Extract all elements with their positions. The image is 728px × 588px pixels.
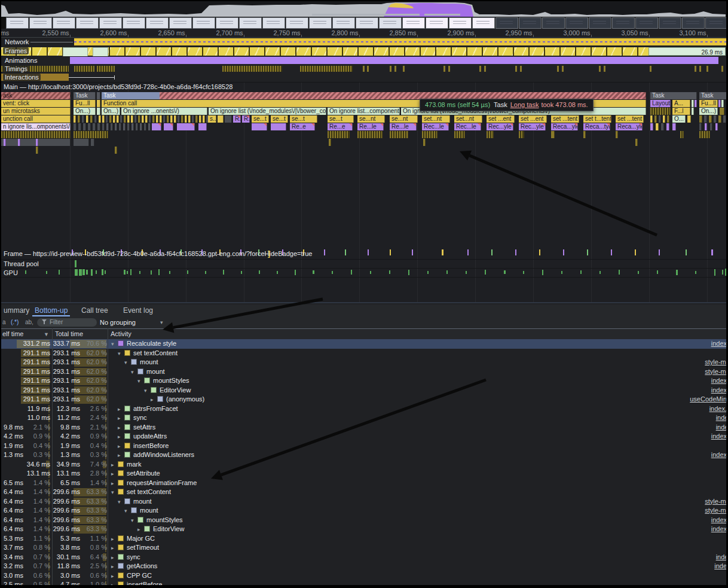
table-row[interactable]: 3.2 ms 0.7 %11.8 ms 2.5 %▸getActionsinde… [1, 562, 726, 571]
flame-bar[interactable] [115, 147, 117, 154]
flame-bar[interactable] [97, 123, 100, 130]
activity-label[interactable]: attrsFromFacet [133, 405, 178, 412]
flame-bar[interactable] [167, 115, 169, 123]
expand-caret-icon[interactable]: ▸ [151, 395, 157, 404]
screenshot-thumbnail[interactable] [542, 17, 565, 29]
table-row[interactable]: 291.1 ms 61.6 %293.1 ms 62.0 %▾set textC… [1, 349, 726, 358]
expand-caret-icon[interactable]: ▸ [111, 470, 118, 479]
flame-bar[interactable] [203, 115, 205, 123]
screenshot-thumbnail[interactable] [99, 17, 122, 29]
table-row[interactable]: 1.3 ms 0.3 %1.3 ms 0.3 %▸addWindowListen… [1, 450, 726, 460]
flame-bar[interactable] [252, 123, 267, 130]
flame-bar[interactable] [659, 115, 661, 123]
expand-caret-icon[interactable]: ▸ [118, 405, 124, 414]
source-link[interactable]: style-mod [705, 367, 726, 377]
screenshot-thumbnail[interactable] [449, 17, 472, 29]
flame-bar[interactable] [102, 115, 105, 123]
flame-bar[interactable] [195, 115, 198, 123]
activity-label[interactable]: EditorView [160, 386, 191, 394]
column-divider[interactable] [52, 328, 53, 585]
track-network[interactable]: Network [1, 38, 726, 47]
screenshot-thumbnail[interactable] [6, 17, 29, 29]
flame-bar[interactable] [160, 115, 162, 123]
flame-bar[interactable]: se...t [271, 115, 288, 123]
flame-bar[interactable] [667, 115, 669, 123]
flame-bar[interactable] [650, 108, 671, 115]
network-requests-bar[interactable] [74, 38, 726, 45]
timeline-ruler[interactable]: ms 2,550 ms2,600 ms2,650 ms2,700 ms2,750… [1, 29, 726, 38]
flame-bar[interactable] [74, 139, 89, 146]
activity-label[interactable]: mount [140, 358, 158, 365]
screenshot-thumbnail[interactable] [332, 17, 355, 29]
activity-label[interactable]: set textContent [127, 488, 171, 495]
filmstrip[interactable] [1, 17, 726, 29]
expand-caret-icon[interactable]: ▸ [111, 572, 118, 581]
flame-bar[interactable] [699, 123, 702, 130]
flame-bar[interactable] [423, 139, 426, 146]
source-link[interactable]: style-mod [705, 506, 726, 516]
flame-bar[interactable] [145, 115, 148, 123]
screenshot-thumbnail[interactable] [705, 17, 726, 29]
flame-bar[interactable] [635, 139, 638, 146]
flame-bar[interactable] [136, 123, 138, 130]
screenshot-thumbnail[interactable] [53, 17, 75, 29]
expand-caret-icon[interactable]: ▸ [111, 461, 118, 470]
cpu-overview-strip[interactable] [1, 1, 726, 17]
track-frame[interactable]: Frame — https://id-preview--bd53fd9d-728… [1, 249, 726, 260]
flame-bar[interactable]: On...) [74, 108, 96, 115]
flame-bar[interactable]: On ignore list...components\/) [328, 108, 400, 115]
flame-bar[interactable]: set ...ent [487, 115, 515, 123]
flame-bar[interactable] [177, 123, 195, 130]
flame-bar[interactable] [78, 115, 80, 123]
flame-bar[interactable]: On ignore list (\/node_modules\/|\/bower… [209, 108, 326, 115]
flame-bar[interactable] [109, 115, 112, 123]
flame-bar[interactable] [124, 115, 126, 123]
flame-bar[interactable] [666, 123, 669, 130]
expand-caret-icon[interactable]: ▸ [111, 553, 118, 562]
flame-bar[interactable] [86, 115, 88, 123]
activity-label[interactable]: EditorView [153, 525, 184, 532]
flame-bar[interactable] [357, 131, 383, 138]
flame-bar[interactable] [181, 115, 183, 123]
screenshot-thumbnail[interactable] [495, 17, 518, 29]
flame-bar[interactable]: Rec...yle [487, 123, 513, 130]
flame-bar[interactable] [185, 115, 187, 123]
screenshot-thumbnail[interactable] [635, 17, 658, 29]
collapse-caret-icon[interactable]: ▾ [144, 386, 151, 395]
flame-bar[interactable] [680, 131, 684, 138]
activity-label[interactable]: mount [133, 498, 152, 505]
table-row[interactable]: 6.5 ms 1.4 %6.5 ms 1.4 %▸requestAnimatio… [1, 479, 726, 488]
tab-call-tree[interactable]: Call tree [79, 304, 111, 316]
collapse-caret-icon[interactable]: ▾ [131, 368, 137, 377]
flame-bar[interactable] [551, 131, 555, 138]
flame-bar[interactable] [127, 115, 130, 123]
expand-caret-icon[interactable]: ▸ [118, 424, 124, 432]
flame-bar[interactable] [218, 115, 224, 123]
flame-bar[interactable] [152, 123, 161, 130]
flame-bar[interactable] [174, 115, 176, 123]
flame-bar[interactable] [97, 92, 100, 99]
collapse-caret-icon[interactable]: ▾ [118, 349, 124, 358]
activity-label[interactable]: mountStyles [153, 377, 189, 384]
flame-bar[interactable]: Re..e [290, 123, 315, 130]
flame-bar[interactable] [714, 115, 717, 123]
flame-bar[interactable]: set ...tent [616, 115, 644, 123]
screenshot-thumbnail[interactable] [29, 17, 52, 29]
activity-label[interactable]: Recalculate style [127, 340, 176, 347]
flame-bar[interactable]: set ...ent [519, 115, 547, 123]
flame-bar[interactable] [188, 115, 191, 123]
expand-caret-icon[interactable]: ▸ [111, 535, 118, 544]
flame-bar[interactable] [328, 131, 350, 138]
flame-bar[interactable]: ask [1, 92, 71, 99]
flame-bar[interactable]: Fu...ll [74, 100, 96, 107]
flame-bar[interactable] [718, 115, 721, 123]
flame-bar[interactable] [94, 115, 97, 123]
table-row[interactable]: 2.5 ms 0.5 %4.7 ms 1.0 %▸insertBefore [1, 580, 726, 585]
expand-caret-icon[interactable]: ▸ [118, 414, 124, 423]
toolbar-icon[interactable]: a [2, 316, 6, 328]
flame-bar[interactable] [225, 115, 232, 123]
flame-bar[interactable]: vent: click [1, 100, 71, 107]
screenshot-thumbnail[interactable] [379, 17, 402, 29]
column-divider[interactable] [108, 328, 108, 585]
collapse-caret-icon[interactable]: ▾ [124, 358, 131, 367]
